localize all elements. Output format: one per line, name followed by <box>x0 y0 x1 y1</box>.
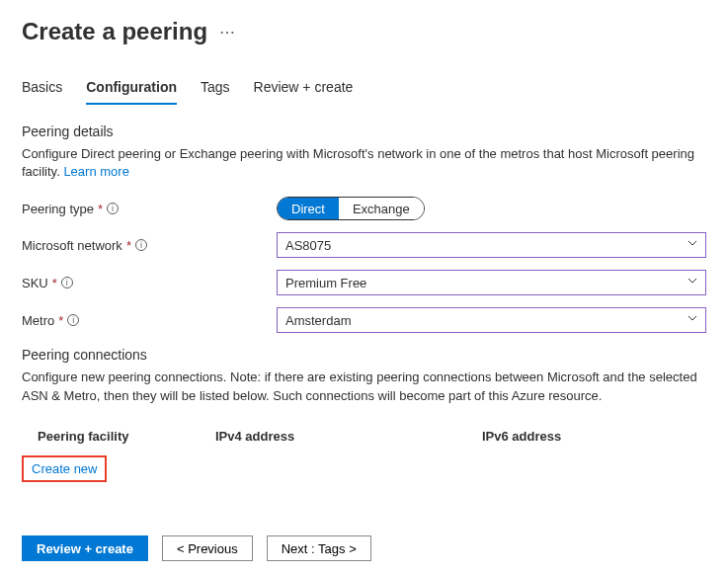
page-header: Create a peering ⋯ <box>22 18 706 45</box>
label-peering-type-text: Peering type <box>22 202 94 216</box>
label-sku: SKU * i <box>22 276 277 290</box>
row-peering-type: Peering type * i Direct Exchange <box>22 197 706 220</box>
required-asterisk: * <box>98 202 103 216</box>
dropdown-metro-value: Amsterdam <box>285 313 351 328</box>
page-title: Create a peering <box>22 18 207 45</box>
tab-basics[interactable]: Basics <box>22 73 62 105</box>
dropdown-metro[interactable]: Amsterdam <box>277 307 706 333</box>
create-new-link[interactable]: Create new <box>32 461 97 476</box>
dropdown-sku-value: Premium Free <box>285 276 366 290</box>
tab-bar: Basics Configuration Tags Review + creat… <box>22 73 706 106</box>
chevron-down-icon <box>688 278 697 288</box>
label-peering-type: Peering type * i <box>22 202 277 216</box>
dropdown-microsoft-network-value: AS8075 <box>285 238 331 253</box>
label-metro: Metro * i <box>22 313 277 328</box>
peering-type-toggle: Direct Exchange <box>277 197 425 220</box>
label-sku-text: SKU <box>22 276 48 290</box>
toggle-option-direct[interactable]: Direct <box>278 198 339 219</box>
peering-connections-desc: Configure new peering connections. Note:… <box>22 369 706 404</box>
required-asterisk: * <box>58 313 63 328</box>
required-asterisk: * <box>126 238 131 253</box>
tab-configuration[interactable]: Configuration <box>86 73 177 105</box>
peering-details-desc: Configure Direct peering or Exchange pee… <box>22 145 706 181</box>
peering-connections-title: Peering connections <box>22 347 706 363</box>
col-peering-facility: Peering facility <box>38 429 215 444</box>
dropdown-sku[interactable]: Premium Free <box>277 270 706 295</box>
row-sku: SKU * i Premium Free <box>22 270 706 295</box>
next-button[interactable]: Next : Tags > <box>267 535 371 561</box>
row-microsoft-network: Microsoft network * i AS8075 <box>22 232 706 258</box>
toggle-option-exchange[interactable]: Exchange <box>339 198 424 219</box>
info-icon[interactable]: i <box>61 277 73 288</box>
previous-button[interactable]: < Previous <box>162 535 253 561</box>
tab-tags[interactable]: Tags <box>201 73 230 105</box>
info-icon[interactable]: i <box>107 203 119 214</box>
label-metro-text: Metro <box>22 313 54 328</box>
peering-details-title: Peering details <box>22 123 706 139</box>
chevron-down-icon <box>688 240 697 250</box>
review-create-button[interactable]: Review + create <box>22 535 148 561</box>
label-microsoft-network-text: Microsoft network <box>22 238 122 253</box>
col-ipv4-address: IPv4 address <box>215 429 482 444</box>
connections-table-header: Peering facility IPv4 address IPv6 addre… <box>22 421 706 452</box>
chevron-down-icon <box>688 315 697 325</box>
dropdown-microsoft-network[interactable]: AS8075 <box>277 232 706 258</box>
footer-actions: Review + create < Previous Next : Tags > <box>22 535 371 561</box>
row-metro: Metro * i Amsterdam <box>22 307 706 333</box>
info-icon[interactable]: i <box>135 239 147 251</box>
required-asterisk: * <box>52 276 57 290</box>
learn-more-link[interactable]: Learn more <box>63 164 128 179</box>
label-microsoft-network: Microsoft network * i <box>22 238 277 253</box>
tab-review-create[interactable]: Review + create <box>254 73 354 105</box>
peering-connections-section: Peering connections Configure new peerin… <box>22 347 706 481</box>
create-new-highlight: Create new <box>22 455 107 482</box>
info-icon[interactable]: i <box>67 314 79 326</box>
col-ipv6-address: IPv6 address <box>482 429 706 444</box>
more-actions-icon[interactable]: ⋯ <box>219 23 235 41</box>
